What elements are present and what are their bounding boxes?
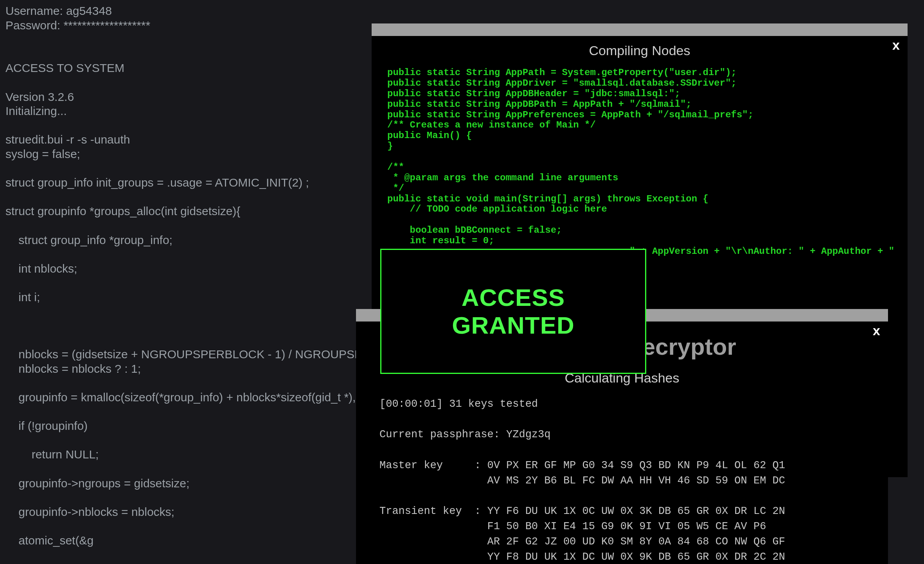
decrypt-output: [00:00:01] 31 keys tested Current passph…: [356, 393, 888, 564]
access-line2: GRANTED: [452, 312, 575, 339]
access-granted-text: ACCESS GRANTED: [452, 284, 575, 339]
access-granted-overlay: ACCESS GRANTED: [380, 249, 646, 374]
close-icon[interactable]: x: [873, 324, 880, 337]
code-output: public static String AppPath = System.ge…: [372, 64, 908, 257]
window-title: Compiling Nodes: [372, 43, 908, 58]
close-icon[interactable]: x: [892, 38, 900, 52]
access-line1: ACCESS: [462, 284, 565, 311]
